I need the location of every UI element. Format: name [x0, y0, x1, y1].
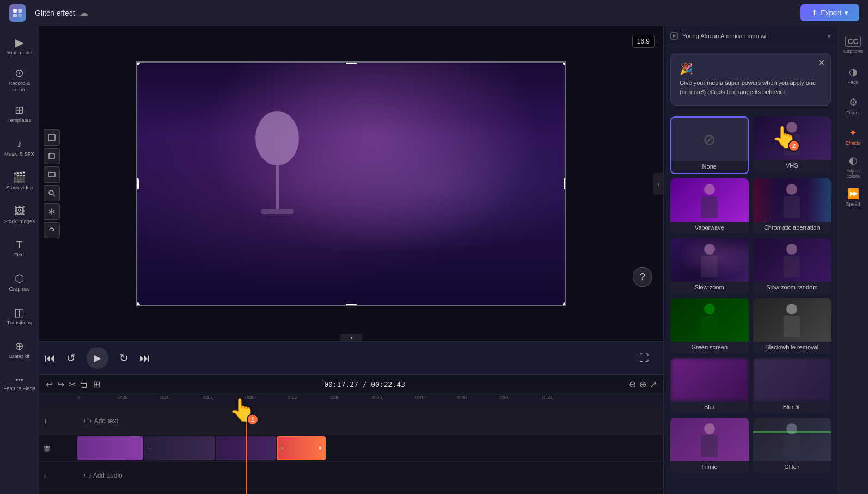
undo-button[interactable]: ↩	[46, 379, 53, 390]
effect-blur[interactable]: Blur	[670, 358, 749, 413]
video-container	[136, 61, 566, 306]
chroma-person-head	[786, 184, 797, 195]
tooltip-close-button[interactable]: ✕	[818, 58, 825, 68]
ruler-20: 0:20	[245, 394, 255, 400]
add-text-button[interactable]: + + Add text	[83, 417, 118, 425]
export-button[interactable]: ⬆ Export ▾	[800, 4, 859, 21]
flip-tool[interactable]	[44, 203, 60, 220]
handle-br[interactable]	[563, 302, 566, 306]
clip-1[interactable]	[77, 436, 143, 460]
sidebar-fade[interactable]: ◑ Fade	[840, 61, 866, 89]
time-separator: /	[363, 380, 371, 388]
collapse-bottom-btn[interactable]: ▾	[340, 334, 362, 341]
ruler-50: 0:50	[500, 394, 510, 400]
green-screen-head	[704, 304, 715, 314]
main-content: ▶ Your media ⊙ Record & create ⊞ Templat…	[0, 26, 868, 494]
handle-bottom[interactable]	[346, 304, 357, 306]
templates-icon: ⊞	[15, 104, 24, 115]
clip-4-active[interactable]: ⏸ ⏸	[277, 436, 326, 460]
vapor-frame	[670, 178, 749, 222]
fit-timeline-button[interactable]: ⤢	[650, 379, 657, 390]
zoom-tool[interactable]	[44, 185, 60, 201]
sidebar-speed[interactable]: ⏩ Speed	[840, 183, 866, 211]
rewind-button[interactable]: ↺	[66, 351, 76, 365]
skip-back-button[interactable]: ⏮	[45, 352, 56, 365]
handle-top[interactable]	[346, 61, 357, 64]
handle-right[interactable]	[564, 178, 566, 189]
fullscreen-button[interactable]: ⛶	[639, 353, 649, 364]
sidebar-item-record[interactable]: ⊙ Record & create	[2, 64, 37, 96]
effect-filmic-label: Filmic	[670, 461, 749, 473]
video-file-icon	[670, 32, 678, 40]
sidebar-item-templates[interactable]: ⊞ Templates	[2, 98, 37, 129]
sidebar-item-your-media[interactable]: ▶ Your media	[2, 30, 37, 62]
slow-zoom-random-frame	[753, 238, 832, 282]
effect-blur-fill[interactable]: Blur fill	[753, 358, 832, 413]
glitch-person	[781, 423, 803, 461]
effect-filmic[interactable]: Filmic	[670, 418, 749, 473]
cut-button[interactable]: ✂	[69, 379, 76, 390]
skip-forward-button[interactable]: ⏭	[139, 352, 150, 365]
rotate-tool[interactable]	[44, 222, 60, 238]
sidebar-item-stock-video[interactable]: 🎬 Stock video	[2, 165, 37, 197]
sidebar-adjust-colors[interactable]: ◐ Adjust colors	[840, 152, 866, 181]
sidebar-item-feature-flags[interactable]: ••• Feature Flags	[2, 368, 37, 399]
effect-slow-zoom[interactable]: Slow zoom	[670, 238, 749, 294]
sidebar-item-music[interactable]: ♪ Music & SFX	[2, 132, 37, 163]
timeline-playhead[interactable]	[246, 407, 247, 494]
effect-vaporwave[interactable]: Vaporwave	[670, 178, 749, 234]
duplicate-button[interactable]: ⊞	[93, 379, 100, 390]
slow-zoom-person	[699, 244, 720, 282]
effect-glitch[interactable]: Glitch	[753, 418, 832, 473]
effect-bw-removal[interactable]: Black/white removal	[753, 298, 832, 354]
zoom-in-button[interactable]: ⊕	[639, 379, 646, 390]
tooltip-text: Give your media super powers when you ap…	[680, 78, 822, 96]
handle-tr[interactable]	[563, 61, 566, 65]
sidebar-filters[interactable]: ⚙ Filters	[840, 91, 866, 120]
zoom-out-button[interactable]: ⊖	[629, 379, 636, 390]
collapse-right-btn[interactable]: ‹	[653, 173, 663, 195]
clip-3[interactable]	[216, 436, 276, 460]
add-audio-label: ♪ Add audio	[88, 472, 123, 479]
delete-button[interactable]: 🗑	[80, 380, 89, 390]
captions-label: Captions	[843, 48, 863, 54]
effect-slow-zoom-random[interactable]: Slow zoom random	[753, 238, 832, 294]
fit-tool[interactable]	[44, 166, 60, 183]
media-icon: ▶	[15, 37, 23, 48]
effect-slow-zoom-random-label: Slow zoom random	[753, 282, 832, 294]
play-pause-button[interactable]: ▶	[87, 347, 108, 369]
sidebar-item-stock-images[interactable]: 🖼 Stock images	[2, 199, 37, 231]
sidebar-captions[interactable]: CC Captions	[840, 30, 866, 59]
sidebar-effects[interactable]: ✦ Effects	[840, 122, 866, 150]
effect-slow-zoom-label: Slow zoom	[670, 282, 749, 294]
sidebar-item-graphics[interactable]: ⬡ Graphics	[2, 267, 37, 298]
cloud-icon: ☁	[80, 8, 88, 18]
resize-tool[interactable]	[44, 148, 60, 164]
redo-button[interactable]: ↪	[57, 379, 64, 390]
adjust-colors-label: Adjust colors	[840, 168, 866, 179]
forward-button[interactable]: ↻	[119, 351, 129, 365]
effect-vhs[interactable]: VHS	[753, 116, 832, 174]
effect-chromatic-aberration[interactable]: Chromatic aberration	[753, 178, 832, 234]
effects-tooltip: 🎉 Give your media super powers when you …	[670, 53, 831, 106]
add-audio-button[interactable]: ♪ ♪ Add audio	[83, 472, 123, 479]
text-icon: T	[16, 240, 22, 250]
effect-green-screen[interactable]: Green screen	[670, 298, 749, 354]
clip-4-end: ⏸	[317, 446, 322, 451]
feature-flags-icon: •••	[15, 376, 23, 384]
chroma-person-body	[784, 196, 800, 218]
sidebar-item-text[interactable]: T Text	[2, 233, 37, 264]
stock-video-icon: 🎬	[13, 172, 26, 183]
sidebar-item-transitions[interactable]: ◫ Transitions	[2, 300, 37, 332]
aspect-ratio-badge[interactable]: 16:9	[632, 35, 655, 48]
clip-2[interactable]: ⏸	[144, 436, 215, 460]
transitions-icon: ◫	[14, 307, 25, 318]
crop-tool[interactable]	[44, 129, 60, 146]
help-button[interactable]: ?	[633, 267, 652, 287]
handle-left[interactable]	[136, 178, 139, 189]
green-screen-frame	[670, 298, 749, 342]
panel-chevron-icon[interactable]: ▾	[827, 32, 831, 40]
effect-none[interactable]: ⊘ None	[670, 116, 749, 174]
effect-vhs-label: VHS	[753, 160, 832, 172]
sidebar-item-brand-kit[interactable]: ⊕ Brand kit	[2, 334, 37, 366]
